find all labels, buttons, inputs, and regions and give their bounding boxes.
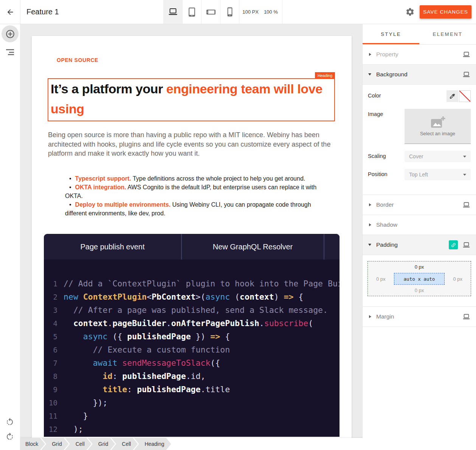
heading-text: It’s a platform your engineering team wi… (48, 79, 334, 119)
bullet-icon: • (69, 184, 71, 190)
phone-portrait-icon (227, 7, 233, 17)
breadcrumb: BlockGridCellGridCellHeading (20, 438, 363, 450)
caret-down-icon (463, 156, 466, 158)
no-color-icon (459, 90, 471, 102)
code-tabs: Page publish eventNew GraphQL Resolver (44, 234, 340, 260)
arrow-back-icon (6, 8, 14, 16)
color-picker-button[interactable] (447, 90, 458, 102)
code-line: 4 context.pageBuilder.onAfterPagePublish… (44, 317, 340, 330)
section-shadow[interactable]: Shadow (363, 215, 476, 235)
dimension-value: 100 PX (242, 9, 259, 15)
code-line: 10 }); (44, 396, 340, 409)
breadcrumb-item[interactable]: Cell (111, 438, 138, 450)
chevron-right-icon (369, 315, 371, 318)
list-item: •OKTA integration. AWS Cognito is the de… (65, 183, 352, 200)
code-line: 6 // Execute a custom function (44, 343, 340, 356)
panel-tabs: STYLE ELEMENT (363, 24, 476, 45)
breadcrumb-item[interactable]: Block (20, 438, 45, 450)
redo-icon (5, 432, 14, 441)
section-background[interactable]: Background (363, 65, 476, 85)
feature-list: •Typescript support. Type definitions ac… (65, 174, 352, 218)
bullet-icon: • (69, 175, 71, 182)
tab-style[interactable]: STYLE (363, 24, 419, 44)
select-image-button[interactable]: Select an image (405, 109, 471, 144)
add-image-icon (430, 116, 446, 129)
tablet-icon (188, 7, 196, 17)
tab-element[interactable]: ELEMENT (419, 24, 476, 44)
section-padding[interactable]: Padding (363, 235, 476, 255)
page-builder-app: Feature 1 (0, 0, 476, 450)
section-margin[interactable]: Margin (363, 307, 476, 327)
zoom-value: 100 % (264, 9, 278, 15)
code-tab: Page publish event (44, 234, 181, 260)
back-button[interactable] (0, 0, 20, 24)
code-line: 3 // After a page was published, send a … (44, 303, 340, 317)
scaling-label: Scaling (368, 151, 386, 162)
chevron-right-icon (369, 203, 371, 206)
link-values-button[interactable] (449, 240, 458, 249)
chevron-down-icon (368, 73, 371, 76)
code-line: 5 async ({ publishedPage }) => { (44, 330, 340, 343)
settings-button[interactable] (405, 7, 415, 17)
section-property[interactable]: Property (363, 45, 476, 65)
selected-heading-element[interactable]: Heading It’s a platform your engineering… (48, 78, 335, 121)
section-border[interactable]: Border (363, 195, 476, 215)
style-panel: STYLE ELEMENT Property Background Color (362, 24, 476, 450)
breadcrumb-item[interactable]: Grid (41, 438, 68, 450)
color-label: Color (368, 90, 381, 102)
add-circle-icon (5, 29, 15, 39)
undo-icon (5, 418, 14, 427)
laptop-icon (462, 242, 470, 248)
phone-landscape-preview-button[interactable] (201, 0, 220, 24)
caret-down-icon (463, 174, 466, 176)
chevron-right-icon (369, 53, 371, 56)
list-item: •Deploy to multiple environments. Using … (65, 200, 352, 218)
desktop-preview-button[interactable] (163, 0, 182, 24)
left-toolbar (0, 24, 20, 450)
element-type-badge: Heading (315, 72, 335, 79)
gear-icon (405, 7, 415, 17)
breadcrumb-item[interactable]: Heading (134, 438, 171, 450)
padding-settings: 0 px 0 px auto x auto 0 px 0 px (363, 255, 476, 307)
kicker-text: OPEN SOURCE (57, 57, 98, 63)
code-body: 1// Add a `ContextPlugin` plugin to hook… (44, 260, 340, 437)
scaling-select[interactable]: Cover (405, 151, 471, 162)
tablet-preview-button[interactable] (182, 0, 201, 24)
code-tab: New GraphQL Resolver (182, 234, 324, 260)
breadcrumb-item[interactable]: Grid (88, 438, 115, 450)
code-line: 2new ContextPlugin<PbContext>(async (con… (44, 290, 340, 303)
breadcrumb-item[interactable]: Cell (65, 438, 91, 450)
canvas-dimensions: 100 PX 100 % (238, 0, 282, 24)
padding-right-input[interactable]: 0 px (453, 276, 462, 281)
device-preview-group (163, 0, 239, 24)
position-label: Position (368, 169, 388, 180)
transparent-color-swatch[interactable] (459, 90, 471, 102)
code-line: 7 await sendMessageToSlack({ (44, 356, 340, 370)
active-tab-underline (363, 43, 419, 44)
phone-portrait-preview-button[interactable] (220, 0, 239, 24)
chevron-down-icon (368, 244, 371, 246)
position-select[interactable]: Top Left (405, 169, 471, 180)
top-bar: Feature 1 (0, 0, 476, 24)
add-element-button[interactable] (2, 25, 19, 42)
padding-left-input[interactable]: 0 px (376, 276, 386, 281)
link-icon (449, 241, 457, 249)
editor-canvas: OPEN SOURCE Heading It’s a platform your… (20, 24, 363, 450)
padding-bottom-input[interactable]: 0 px (368, 288, 471, 293)
save-changes-button[interactable]: SAVE CHANGES (420, 5, 471, 19)
code-line: 1// Add a `ContextPlugin` plugin to hook… (44, 277, 340, 290)
element-tree-button[interactable] (0, 46, 20, 58)
code-line: 9 title: publishedPage.title (44, 383, 340, 396)
laptop-icon (168, 8, 178, 16)
padding-editor: 0 px 0 px auto x auto 0 px 0 px (367, 261, 471, 296)
page-title: Feature 1 (26, 0, 59, 24)
undo-button[interactable] (5, 418, 14, 427)
chevron-right-icon (369, 223, 371, 226)
laptop-icon (462, 52, 470, 57)
phone-landscape-icon (206, 9, 216, 15)
paragraph-text: Being open source is more than having a … (48, 130, 354, 158)
list-item: •Typescript support. Type definitions ac… (65, 174, 352, 183)
redo-button[interactable] (5, 432, 14, 441)
element-size-box[interactable]: auto x auto (394, 273, 445, 285)
padding-top-input[interactable]: 0 px (368, 264, 471, 270)
